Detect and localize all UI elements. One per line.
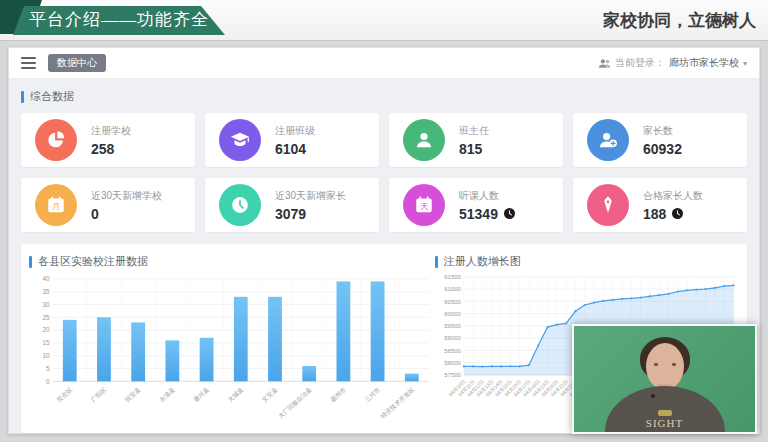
svg-text:30: 30 bbox=[43, 301, 51, 308]
svg-text:61000: 61000 bbox=[444, 286, 461, 292]
dashboard-topbar: 数据中心 当前登录： 廊坊市家长学校 ▾ bbox=[9, 48, 759, 79]
svg-text:10: 10 bbox=[43, 352, 51, 359]
stat-value: 815 bbox=[459, 141, 482, 157]
graduation-cap-icon bbox=[219, 119, 261, 161]
clip-mic bbox=[651, 394, 655, 398]
page-header: 平台介绍——功能齐全 家校协同，立德树人 bbox=[0, 0, 768, 41]
stat-value: 188 bbox=[643, 206, 666, 222]
stat-label: 听课人数 bbox=[459, 189, 515, 203]
header-slogan: 家校协同，立德树人 bbox=[603, 9, 756, 32]
shirt-text: SIGHT bbox=[646, 417, 683, 429]
svg-text:0: 0 bbox=[46, 378, 50, 385]
login-school-name: 廊坊市家长学校 bbox=[669, 56, 739, 70]
svg-text:大厂回族自治县: 大厂回族自治县 bbox=[276, 386, 313, 420]
stat-card: 月 近30天新增学校 0 bbox=[21, 178, 195, 232]
stat-card: 注册班级 6104 bbox=[205, 113, 379, 167]
stat-label: 合格家长人数 bbox=[643, 189, 703, 203]
users-icon bbox=[598, 57, 611, 70]
presenter-eye bbox=[654, 363, 658, 366]
bar-chart-section: 各县区实验校注册数据 0510152025303540安次区广阳区固安县永清县香… bbox=[29, 254, 435, 429]
svg-text:60500: 60500 bbox=[444, 299, 461, 305]
line-chart-title: 注册人数增长图 bbox=[435, 254, 741, 269]
svg-text:经济技术开发区: 经济技术开发区 bbox=[378, 386, 416, 421]
shirt-graphic bbox=[658, 410, 672, 416]
stat-card: 合格家长人数 188 bbox=[573, 178, 747, 232]
stat-card: 天 听课人数 51349 bbox=[389, 178, 563, 232]
pen-icon bbox=[587, 184, 629, 226]
svg-text:58500: 58500 bbox=[444, 348, 461, 354]
breadcrumb[interactable]: 数据中心 bbox=[48, 54, 106, 72]
svg-text:固安县: 固安县 bbox=[124, 386, 143, 404]
overview-section-title: 综合数据 bbox=[21, 89, 747, 104]
stat-label: 近30天新增学校 bbox=[91, 189, 162, 203]
stat-value: 6104 bbox=[275, 141, 306, 157]
clock-icon bbox=[219, 184, 261, 226]
svg-text:大城县: 大城县 bbox=[226, 386, 244, 403]
svg-text:广阳区: 广阳区 bbox=[89, 386, 108, 404]
stat-label: 近30天新增家长 bbox=[275, 189, 346, 203]
calendar-day-icon: 天 bbox=[403, 184, 445, 226]
person-plus-icon bbox=[587, 119, 629, 161]
svg-text:三河市: 三河市 bbox=[363, 386, 382, 404]
chevron-down-icon: ▾ bbox=[743, 59, 747, 68]
stat-label: 注册班级 bbox=[275, 124, 315, 138]
stat-card: 注册学校 258 bbox=[21, 113, 195, 167]
stat-value: 258 bbox=[91, 141, 114, 157]
svg-text:58000: 58000 bbox=[444, 360, 461, 366]
stat-value: 3079 bbox=[275, 206, 306, 222]
svg-text:60000: 60000 bbox=[444, 311, 461, 317]
stat-card: 家长数 60932 bbox=[573, 113, 747, 167]
stat-card: 近30天新增家长 3079 bbox=[205, 178, 379, 232]
person-icon bbox=[403, 119, 445, 161]
banner-ribbon: 平台介绍——功能齐全 bbox=[13, 6, 225, 35]
svg-text:61500: 61500 bbox=[444, 274, 461, 280]
stat-value: 0 bbox=[91, 206, 99, 222]
svg-text:35: 35 bbox=[43, 288, 51, 295]
svg-text:40: 40 bbox=[43, 275, 51, 282]
svg-text:安次区: 安次区 bbox=[55, 386, 73, 403]
stat-label: 注册学校 bbox=[91, 124, 131, 138]
svg-text:月: 月 bbox=[52, 202, 60, 211]
svg-text:永清县: 永清县 bbox=[158, 386, 177, 404]
svg-text:25: 25 bbox=[43, 314, 51, 321]
presenter-face bbox=[646, 343, 684, 390]
app-screen: 平台介绍——功能齐全 家校协同，立德树人 数据中心 当前登录： 廊坊市家长学校 … bbox=[0, 0, 768, 442]
svg-text:59000: 59000 bbox=[444, 335, 461, 341]
history-clock-icon[interactable] bbox=[672, 208, 683, 219]
svg-text:15: 15 bbox=[43, 339, 51, 346]
banner-title: 平台介绍——功能齐全 bbox=[29, 8, 209, 33]
stat-value: 60932 bbox=[643, 141, 682, 157]
login-dropdown[interactable]: 当前登录： 廊坊市家长学校 ▾ bbox=[598, 56, 747, 70]
svg-text:文安县: 文安县 bbox=[260, 386, 278, 403]
stat-label: 家长数 bbox=[643, 124, 682, 138]
svg-text:5: 5 bbox=[46, 365, 50, 372]
svg-text:天: 天 bbox=[420, 202, 429, 211]
presenter-video-overlay[interactable]: SIGHT bbox=[572, 324, 757, 434]
svg-text:59500: 59500 bbox=[444, 323, 461, 329]
presenter-eye bbox=[672, 363, 676, 366]
bar-chart-title: 各县区实验校注册数据 bbox=[29, 254, 435, 269]
login-label: 当前登录： bbox=[615, 56, 665, 70]
stat-card: 班主任 815 bbox=[389, 113, 563, 167]
stat-card-grid: 注册学校 258 注册班级 6104 bbox=[21, 113, 747, 232]
svg-text:香河县: 香河县 bbox=[192, 386, 211, 404]
svg-text:霸州市: 霸州市 bbox=[329, 386, 348, 404]
history-clock-icon[interactable] bbox=[504, 208, 515, 219]
svg-text:57500: 57500 bbox=[444, 372, 461, 378]
stat-label: 班主任 bbox=[459, 124, 489, 138]
pie-chart-icon bbox=[35, 119, 77, 161]
bar-chart: 0510152025303540安次区广阳区固安县永清县香河县大城县文安县大厂回… bbox=[29, 271, 435, 421]
stat-value: 51349 bbox=[459, 206, 498, 222]
calendar-month-icon: 月 bbox=[35, 184, 77, 226]
svg-text:20: 20 bbox=[43, 326, 51, 333]
menu-toggle-icon[interactable] bbox=[21, 57, 36, 69]
